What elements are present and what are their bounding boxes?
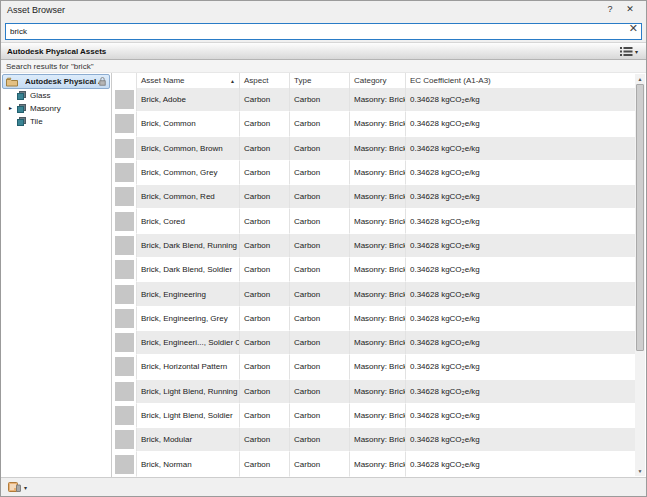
- table-row[interactable]: Brick, Light Blend, Running Carbon Carbo…: [112, 380, 636, 404]
- aspect-cell: Carbon: [240, 258, 290, 282]
- help-button[interactable]: ?: [600, 2, 620, 17]
- material-layers-icon: [17, 117, 26, 126]
- library-icon: [8, 481, 21, 493]
- category-cell: Masonry: Brick: [350, 112, 406, 136]
- category-cell: Masonry: Brick: [350, 137, 406, 161]
- expander-icon[interactable]: ▸: [9, 105, 12, 112]
- category-cell: Masonry: Brick: [350, 331, 406, 355]
- search-input[interactable]: [5, 23, 642, 40]
- table-row[interactable]: Brick, Modular Carbon Carbon Masonry: Br…: [112, 428, 636, 452]
- tree-root-autodesk-physical-assets[interactable]: Autodesk Physical Assets: [2, 74, 110, 89]
- column-header-category[interactable]: Category: [350, 73, 406, 88]
- table-row[interactable]: Brick, Dark Blend, Running Carbon Carbon…: [112, 234, 636, 258]
- ec-cell: 0.34628 kgCO₂e/kg: [406, 404, 636, 428]
- ec-cell: 0.34628 kgCO₂e/kg: [406, 185, 636, 209]
- table-row[interactable]: Brick, Cored Carbon Carbon Masonry: Bric…: [112, 209, 636, 233]
- scroll-up-icon[interactable]: ▲: [635, 74, 645, 84]
- ec-cell: 0.34628 kgCO₂e/kg: [406, 355, 636, 379]
- asset-name-cell: Brick, Engineeri..., Soldier Course: [137, 331, 240, 355]
- scrollbar-thumb[interactable]: [636, 84, 644, 351]
- tree-root-label: Autodesk Physical Assets: [25, 77, 99, 86]
- ec-cell: 0.34628 kgCO₂e/kg: [406, 307, 636, 331]
- search-results-label: Search results for "brick": [1, 60, 646, 73]
- table-row[interactable]: Brick, Adobe Carbon Carbon Masonry: Bric…: [112, 88, 636, 112]
- asset-thumbnail: [112, 355, 137, 379]
- column-header-thumbnail[interactable]: [112, 73, 137, 88]
- ec-cell: 0.34628 kgCO₂e/kg: [406, 88, 636, 112]
- table-row[interactable]: Brick, Dark Blend, Soldier Carbon Carbon…: [112, 258, 636, 282]
- type-cell: Carbon: [290, 307, 350, 331]
- asset-thumbnail: [112, 137, 137, 161]
- ec-cell: 0.34628 kgCO₂e/kg: [406, 234, 636, 258]
- sidebar-item-glass[interactable]: Glass: [1, 89, 111, 102]
- asset-name-cell: Brick, Dark Blend, Running: [137, 234, 240, 258]
- tree-item-label: Masonry: [30, 104, 61, 113]
- category-cell: Masonry: Brick: [350, 428, 406, 452]
- table-body: Brick, Adobe Carbon Carbon Masonry: Bric…: [112, 88, 636, 477]
- view-options-button[interactable]: ▾: [618, 46, 640, 57]
- material-layers-icon: [17, 91, 26, 100]
- close-button[interactable]: ✕: [620, 2, 640, 17]
- aspect-cell: Carbon: [240, 88, 290, 112]
- table-row[interactable]: Brick, Engineering Carbon Carbon Masonry…: [112, 282, 636, 306]
- aspect-cell: Carbon: [240, 452, 290, 476]
- type-cell: Carbon: [290, 380, 350, 404]
- aspect-cell: Carbon: [240, 355, 290, 379]
- scrollbar-track[interactable]: [635, 84, 645, 466]
- asset-name-cell: Brick, Adobe: [137, 88, 240, 112]
- scroll-down-icon[interactable]: ▼: [635, 466, 645, 476]
- category-cell: Masonry: Brick: [350, 307, 406, 331]
- asset-thumbnail: [112, 282, 137, 306]
- category-cell: Masonry: Brick: [350, 404, 406, 428]
- type-cell: Carbon: [290, 404, 350, 428]
- table-row[interactable]: Brick, Common Carbon Carbon Masonry: Bri…: [112, 112, 636, 136]
- aspect-cell: Carbon: [240, 185, 290, 209]
- asset-thumbnail: [112, 161, 137, 185]
- asset-name-cell: Brick, Norman: [137, 452, 240, 476]
- sidebar-item-tile[interactable]: Tile: [1, 115, 111, 128]
- library-options-button[interactable]: ▾: [8, 481, 27, 493]
- column-header-aspect[interactable]: Aspect: [240, 73, 290, 88]
- aspect-cell: Carbon: [240, 234, 290, 258]
- ec-cell: 0.34628 kgCO₂e/kg: [406, 112, 636, 136]
- ec-cell: 0.34628 kgCO₂e/kg: [406, 282, 636, 306]
- type-cell: Carbon: [290, 161, 350, 185]
- table-row[interactable]: Brick, Common, Grey Carbon Carbon Masonr…: [112, 161, 636, 185]
- search-bar: ✕: [1, 18, 646, 42]
- vertical-scrollbar[interactable]: ▲ ▼: [635, 74, 645, 476]
- type-cell: Carbon: [290, 185, 350, 209]
- type-cell: Carbon: [290, 428, 350, 452]
- main-area: Autodesk Physical Assets Glass ▸: [1, 73, 646, 477]
- category-cell: Masonry: Brick: [350, 258, 406, 282]
- ec-cell: 0.34628 kgCO₂e/kg: [406, 209, 636, 233]
- column-header-ec-coefficient[interactable]: EC Coefficient (A1-A3): [406, 73, 636, 88]
- ec-cell: 0.34628 kgCO₂e/kg: [406, 258, 636, 282]
- table-row[interactable]: Brick, Horizontal Pattern Carbon Carbon …: [112, 355, 636, 379]
- column-header-type[interactable]: Type: [290, 73, 350, 88]
- table-row[interactable]: Brick, Norman Carbon Carbon Masonry: Bri…: [112, 452, 636, 476]
- sort-ascending-icon: ▲: [230, 78, 235, 84]
- asset-thumbnail: [112, 428, 137, 452]
- category-cell: Masonry: Brick: [350, 161, 406, 185]
- type-cell: Carbon: [290, 112, 350, 136]
- window-title: Asset Browser: [7, 5, 600, 15]
- column-header-asset-name[interactable]: Asset Name ▲: [137, 73, 240, 88]
- sidebar-item-masonry[interactable]: ▸ Masonry: [1, 102, 111, 115]
- table-row[interactable]: Brick, Engineering, Grey Carbon Carbon M…: [112, 307, 636, 331]
- list-view-icon: [620, 47, 633, 56]
- aspect-cell: Carbon: [240, 307, 290, 331]
- table-row[interactable]: Brick, Engineeri..., Soldier Course Carb…: [112, 331, 636, 355]
- table-row[interactable]: Brick, Common, Brown Carbon Carbon Mason…: [112, 137, 636, 161]
- chevron-down-icon: ▾: [635, 48, 638, 55]
- asset-thumbnail: [112, 380, 137, 404]
- library-tree: Autodesk Physical Assets Glass ▸: [1, 73, 112, 477]
- aspect-cell: Carbon: [240, 404, 290, 428]
- asset-name-cell: Brick, Modular: [137, 428, 240, 452]
- table-row[interactable]: Brick, Common, Red Carbon Carbon Masonry…: [112, 185, 636, 209]
- asset-name-cell: Brick, Dark Blend, Soldier: [137, 258, 240, 282]
- asset-name-cell: Brick, Common: [137, 112, 240, 136]
- aspect-cell: Carbon: [240, 209, 290, 233]
- assets-table: Asset Name ▲ Aspect Type Category EC Coe…: [112, 73, 646, 477]
- table-row[interactable]: Brick, Light Blend, Soldier Carbon Carbo…: [112, 404, 636, 428]
- clear-search-icon[interactable]: ✕: [629, 21, 638, 36]
